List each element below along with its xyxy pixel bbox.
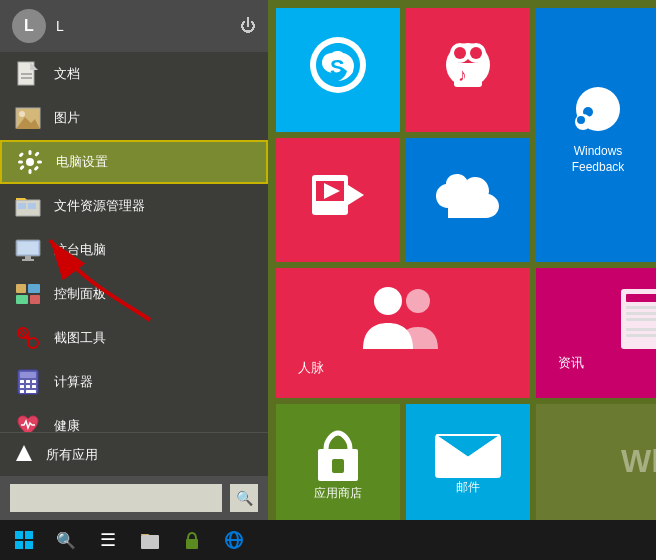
svg-rect-21 — [22, 259, 34, 261]
music-tile-icon: ♪ — [436, 33, 500, 97]
svg-point-5 — [19, 111, 25, 117]
mail-tile-icon — [433, 427, 503, 479]
svg-rect-15 — [34, 151, 40, 157]
menu-item-settings[interactable]: 电脑设置 — [0, 140, 268, 184]
user-info: L L — [12, 9, 64, 43]
feedback-tile-icon — [563, 84, 633, 144]
svg-rect-89 — [186, 539, 198, 549]
onedrive-tile-icon — [433, 170, 503, 220]
search-button[interactable]: 🔍 — [230, 484, 258, 512]
svg-rect-39 — [20, 390, 24, 393]
menu-item-fileexplorer[interactable]: 文件资源管理器 — [0, 184, 268, 228]
svg-rect-19 — [18, 242, 38, 254]
news-tile-icon — [616, 284, 656, 354]
tile-mail[interactable]: 邮件 — [406, 404, 530, 520]
snipping-label: 截图工具 — [54, 329, 106, 347]
tile-news[interactable]: 资讯 — [536, 268, 656, 398]
svg-rect-34 — [26, 380, 30, 383]
menu-item-thispc[interactable]: 这台电脑 — [0, 228, 268, 272]
svg-rect-32 — [20, 372, 36, 378]
left-panel: L L ⏻ 文档 — [0, 0, 268, 520]
settings-label: 电脑设置 — [56, 153, 108, 171]
controlpanel-label: 控制面板 — [54, 285, 106, 303]
svg-rect-33 — [20, 380, 24, 383]
svg-rect-38 — [32, 385, 36, 388]
whar-label: Whar — [621, 443, 656, 480]
menu-item-documents[interactable]: 文档 — [0, 52, 268, 96]
svg-marker-41 — [16, 445, 32, 461]
all-apps-item[interactable]: 所有应用 — [0, 432, 268, 476]
svg-rect-75 — [332, 459, 344, 473]
user-name: L — [56, 18, 64, 34]
menu-item-pictures[interactable]: 图片 — [0, 96, 268, 140]
search-input[interactable] — [10, 484, 222, 512]
search-taskbar-button[interactable]: 🔍 — [46, 522, 86, 558]
svg-rect-85 — [25, 531, 33, 539]
fileexplorer-icon — [14, 192, 42, 220]
start-button[interactable] — [4, 522, 44, 558]
svg-rect-16 — [18, 203, 26, 209]
fileexplorer-label: 文件资源管理器 — [54, 197, 145, 215]
feedback-label-feedback: Feedback — [572, 160, 625, 174]
avatar[interactable]: L — [12, 9, 46, 43]
store-taskbar-button[interactable] — [172, 522, 212, 558]
all-apps-icon — [14, 443, 34, 466]
menu-items: 文档 图片 — [0, 52, 268, 432]
menu-item-snipping[interactable]: 截图工具 — [0, 316, 268, 360]
tile-feedback[interactable]: Windows Feedback — [536, 8, 656, 262]
svg-rect-35 — [32, 380, 36, 383]
svg-rect-14 — [19, 165, 25, 171]
people-tile-icon — [353, 279, 453, 359]
power-icon[interactable]: ⏻ — [240, 17, 256, 35]
pictures-icon — [14, 104, 42, 132]
menu-item-calculator[interactable]: 计算器 — [0, 360, 268, 404]
svg-marker-62 — [348, 185, 364, 205]
documents-label: 文档 — [54, 65, 80, 83]
svg-rect-23 — [28, 284, 40, 293]
svg-rect-37 — [26, 385, 30, 388]
svg-text:♪: ♪ — [458, 65, 467, 85]
tile-people[interactable]: 人脉 — [276, 268, 530, 398]
tile-onedrive[interactable] — [406, 138, 530, 262]
calculator-label: 计算器 — [54, 373, 93, 391]
svg-rect-17 — [28, 203, 36, 209]
svg-rect-24 — [16, 295, 28, 304]
snipping-icon — [14, 324, 42, 352]
store-label: 应用商店 — [314, 485, 362, 502]
svg-point-55 — [577, 116, 585, 124]
file-taskbar-button[interactable] — [130, 522, 170, 558]
controlpanel-icon — [14, 280, 42, 308]
taskbar: 🔍 ☰ — [0, 520, 656, 560]
tile-skype[interactable]: S — [276, 8, 400, 132]
menu-item-controlpanel[interactable]: 控制面板 — [0, 272, 268, 316]
tile-store[interactable]: 应用商店 — [276, 404, 400, 520]
svg-rect-72 — [626, 328, 656, 331]
svg-point-47 — [454, 47, 466, 59]
taskview-button[interactable]: ☰ — [88, 522, 128, 558]
search-bar: 🔍 — [0, 476, 268, 520]
ie-taskbar-button[interactable] — [214, 522, 254, 558]
people-label: 人脉 — [298, 359, 324, 377]
svg-rect-22 — [16, 284, 26, 293]
start-menu: L L ⏻ 文档 — [0, 0, 656, 520]
tile-music[interactable]: ♪ — [406, 8, 530, 132]
store-tile-icon — [306, 421, 370, 485]
svg-rect-40 — [26, 390, 36, 393]
tile-whar[interactable]: Whar — [536, 404, 656, 520]
tiles-panel: S ♪ — [268, 0, 656, 520]
mail-label: 邮件 — [456, 479, 480, 496]
skype-tile-icon: S — [306, 33, 370, 97]
svg-point-49 — [470, 47, 482, 59]
svg-rect-12 — [18, 152, 24, 158]
svg-rect-9 — [29, 169, 32, 174]
health-label: 健康 — [54, 417, 80, 432]
menu-item-health[interactable]: 健康 — [0, 404, 268, 432]
thispc-label: 这台电脑 — [54, 241, 106, 259]
svg-rect-68 — [626, 294, 656, 302]
tile-video[interactable] — [276, 138, 400, 262]
settings-icon — [16, 148, 44, 176]
document-icon — [14, 60, 42, 88]
video-tile-icon — [310, 173, 366, 217]
svg-rect-73 — [626, 334, 656, 337]
calculator-icon — [14, 368, 42, 396]
